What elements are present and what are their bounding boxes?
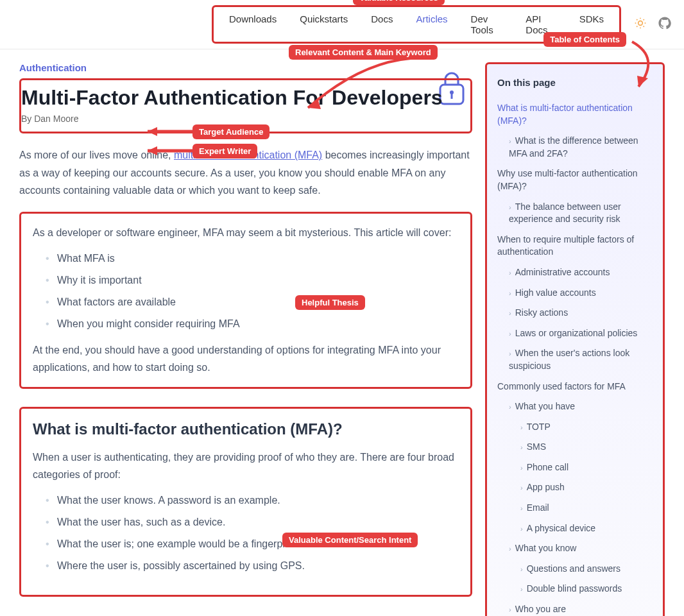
toc-item[interactable]: ›What you know bbox=[497, 538, 653, 559]
chevron-right-icon: › bbox=[520, 565, 523, 573]
annotation-thesis: Helpful Thesis bbox=[295, 295, 365, 310]
chevron-right-icon: › bbox=[520, 504, 523, 512]
toc-item-label: What is the difference between MFA and 2… bbox=[509, 135, 638, 158]
nav-item-dev-tools[interactable]: Dev Tools bbox=[459, 10, 515, 39]
thesis-bullet: What factors are available bbox=[46, 291, 459, 313]
chevron-right-icon: › bbox=[509, 606, 511, 613]
thesis-bullet: When you might consider requiring MFA bbox=[46, 313, 459, 335]
chevron-right-icon: › bbox=[509, 403, 511, 411]
toc-item-label: What you know bbox=[515, 543, 577, 553]
toc-item[interactable]: ›Risky actions bbox=[497, 303, 653, 323]
toc-item-label: Why use multi-factor authentication (MFA… bbox=[497, 168, 638, 191]
svg-line-16 bbox=[637, 26, 637, 27]
toc-item[interactable]: ›TOTP bbox=[497, 417, 653, 438]
toc-item[interactable]: ›SMS bbox=[497, 437, 653, 458]
annotation-content: Valuable Content/Search Intent bbox=[282, 533, 418, 547]
toc-item[interactable]: ›What you have bbox=[497, 397, 653, 417]
toc-item[interactable]: What is multi-factor authentication (MFA… bbox=[497, 98, 653, 131]
toc-item[interactable]: ›Laws or organizational policies bbox=[497, 323, 653, 344]
toc-item[interactable]: ›App push bbox=[497, 477, 653, 498]
section-bullet: Where the user is, possibly ascertained … bbox=[46, 555, 459, 577]
breadcrumb[interactable]: Authentication bbox=[19, 62, 472, 73]
chevron-right-icon: › bbox=[509, 269, 511, 277]
chevron-right-icon: › bbox=[509, 309, 511, 317]
toc-item-label: High value accounts bbox=[515, 287, 596, 298]
toc-item-label: TOTP bbox=[527, 422, 551, 432]
toc-item-label: Commonly used factors for MFA bbox=[497, 381, 626, 391]
chevron-right-icon: › bbox=[520, 525, 523, 533]
section-bullet: What the user knows. A password is an ex… bbox=[46, 490, 459, 511]
chevron-right-icon: › bbox=[509, 350, 511, 357]
annotation-writer: Expert Writer bbox=[192, 144, 257, 158]
toc-item[interactable]: ›Email bbox=[497, 498, 653, 518]
annotation-audience: Target Audience bbox=[192, 124, 269, 139]
page-title: Multi-Factor Authentication For Develope… bbox=[21, 85, 463, 110]
toc-item-label: SMS bbox=[527, 441, 546, 452]
theme-toggle-icon[interactable] bbox=[634, 17, 647, 32]
toc-item[interactable]: ›Phone call bbox=[497, 458, 653, 478]
toc-title: On this page bbox=[497, 77, 653, 88]
nav-item-quickstarts[interactable]: Quickstarts bbox=[288, 10, 359, 39]
toc-item-label: Who you are bbox=[515, 604, 566, 614]
toc-item[interactable]: ›Who you are bbox=[497, 599, 653, 616]
thesis-bullet: What MFA is bbox=[46, 248, 459, 270]
chevron-right-icon: › bbox=[520, 443, 523, 451]
section-bullet: What the user has, such as a device. bbox=[46, 511, 459, 533]
thesis-closing: At the end, you should have a good under… bbox=[33, 341, 459, 376]
main-content: Authentication Multi-Factor Authenticati… bbox=[19, 62, 472, 597]
toc-item[interactable]: ›The balance between user experience and… bbox=[497, 197, 653, 230]
toc-item-label: Administrative accounts bbox=[515, 267, 610, 277]
toc-item[interactable]: When to require multiple factors of auth… bbox=[497, 230, 653, 262]
toc-item[interactable]: ›Questions and answers bbox=[497, 559, 653, 579]
thesis-bullet: Why it is important bbox=[46, 270, 459, 291]
thesis-lead: As a developer or software engineer, MFA… bbox=[33, 224, 459, 241]
svg-point-9 bbox=[638, 21, 643, 26]
thesis-box: As a developer or software engineer, MFA… bbox=[19, 212, 472, 389]
toc-sidebar: On this page What is multi-factor authen… bbox=[485, 62, 665, 616]
toc-item-label: Questions and answers bbox=[527, 563, 620, 574]
chevron-right-icon: › bbox=[520, 484, 523, 492]
toc-item-label: App push bbox=[527, 482, 565, 492]
section-para: When a user is authenticating, they are … bbox=[33, 449, 459, 483]
section-heading: What is multi-factor authentication (MFA… bbox=[33, 420, 459, 438]
toc-item[interactable]: ›Administrative accounts bbox=[497, 262, 653, 283]
nav-item-downloads[interactable]: Downloads bbox=[218, 10, 288, 39]
annotation-resources: Valuable Resources bbox=[353, 0, 445, 5]
toc-item-label: A physical device bbox=[527, 523, 595, 533]
chevron-right-icon: › bbox=[509, 203, 511, 211]
nav-item-articles[interactable]: Articles bbox=[404, 10, 459, 39]
toc-item-label: Double blind passwords bbox=[527, 583, 622, 594]
annotation-keyword: Relevant Content & Main Keyword bbox=[289, 45, 438, 60]
toc-item-label: When the user's actions look suspicious bbox=[509, 348, 629, 371]
chevron-right-icon: › bbox=[509, 289, 511, 297]
toc-item-label: Email bbox=[527, 502, 549, 513]
toc-item-label: Phone call bbox=[527, 462, 569, 472]
toc-item[interactable]: ›Double blind passwords bbox=[497, 579, 653, 599]
annotation-toc: Table of Contents bbox=[543, 32, 626, 47]
toc-item-label: Risky actions bbox=[515, 307, 568, 318]
svg-line-14 bbox=[637, 19, 637, 20]
chevron-right-icon: › bbox=[509, 137, 511, 145]
toc-item[interactable]: ›What is the difference between MFA and … bbox=[497, 131, 653, 164]
toc-item-label: Laws or organizational policies bbox=[515, 328, 638, 338]
nav-item-docs[interactable]: Docs bbox=[359, 10, 404, 39]
github-icon[interactable] bbox=[658, 17, 671, 32]
chevron-right-icon: › bbox=[520, 424, 523, 431]
toc-item-label: The balance between user experience and … bbox=[509, 201, 621, 225]
toc-item[interactable]: Why use multi-factor authentication (MFA… bbox=[497, 164, 653, 196]
toc-item[interactable]: Commonly used factors for MFA bbox=[497, 377, 653, 397]
toc-item[interactable]: ›When the user's actions look suspicious bbox=[497, 343, 653, 376]
byline: By Dan Moore bbox=[21, 114, 463, 124]
svg-line-15 bbox=[644, 26, 644, 27]
chevron-right-icon: › bbox=[520, 585, 523, 593]
toc-item-label: What you have bbox=[515, 401, 575, 411]
svg-line-17 bbox=[644, 19, 644, 20]
toc-item-label: What is multi-factor authentication (MFA… bbox=[497, 103, 633, 126]
toc-item-label: When to require multiple factors of auth… bbox=[497, 234, 634, 257]
toc-item[interactable]: ›High value accounts bbox=[497, 283, 653, 304]
toc-item[interactable]: ›A physical device bbox=[497, 518, 653, 539]
chevron-right-icon: › bbox=[520, 464, 523, 472]
content-section-box: What is multi-factor authentication (MFA… bbox=[19, 407, 472, 597]
chevron-right-icon: › bbox=[509, 330, 511, 338]
chevron-right-icon: › bbox=[509, 545, 511, 552]
